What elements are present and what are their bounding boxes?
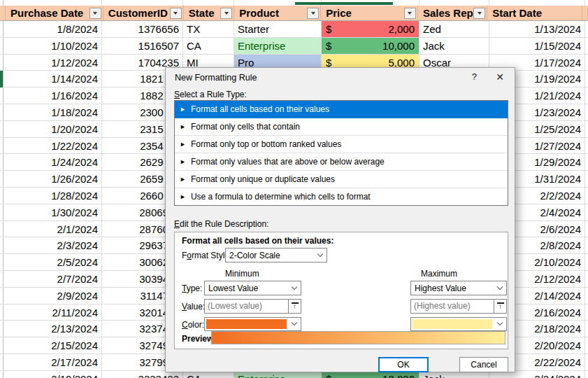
top-partial-row xyxy=(0,0,588,6)
state-cell[interactable]: TX xyxy=(183,21,234,37)
purchase-date-cell[interactable]: 2/1/2024 xyxy=(3,221,102,237)
filter-button[interactable] xyxy=(473,8,485,19)
minimum-value-input[interactable]: (Lowest value) xyxy=(204,299,289,314)
filter-button[interactable] xyxy=(170,8,182,19)
price-amount: 2,000 xyxy=(388,21,415,37)
product-cell[interactable]: Enterprise xyxy=(234,38,322,54)
rule-item-arrow-icon: ► xyxy=(180,106,186,113)
filter-button[interactable] xyxy=(307,8,319,19)
purchase-date-cell[interactable]: 2/9/2024 xyxy=(3,288,102,304)
column-header-purchase_date: Purchase Date xyxy=(6,6,103,20)
purchase-date-cell[interactable]: 1/30/2024 xyxy=(3,204,102,220)
cancel-button[interactable]: Cancel xyxy=(459,357,508,372)
edit-rule-description-label: Edit the Rule Description: xyxy=(174,219,268,229)
value-label: Value: xyxy=(182,302,205,312)
close-icon[interactable]: ✕ xyxy=(496,71,504,83)
rule-type-label: Use a formula to determine which cells t… xyxy=(191,192,371,202)
purchase-date-cell[interactable]: 2/19/2024 xyxy=(3,371,102,378)
product-cell[interactable]: Starter xyxy=(234,21,322,37)
format-style-label: Format Style: xyxy=(182,251,231,260)
maximum-value-input[interactable]: (Highest value) xyxy=(410,299,494,314)
maximum-type-dropdown[interactable]: Highest Value xyxy=(410,281,507,295)
minimum-value-group: (Lowest value) xyxy=(204,299,301,314)
maximum-type-value: Highest Value xyxy=(411,284,494,293)
rule-description-heading: Format all cells based on their values: xyxy=(182,236,334,246)
type-label: Type: xyxy=(182,284,202,293)
sales-rep-cell[interactable]: Zed xyxy=(420,21,489,37)
ok-button[interactable]: OK xyxy=(378,357,429,372)
minimum-color-dropdown[interactable] xyxy=(204,317,301,331)
column-header-start_date: Start Date xyxy=(487,6,582,20)
column-header-label: Sales Rep xyxy=(423,7,473,19)
minimum-type-dropdown[interactable]: Lowest Value xyxy=(204,281,301,295)
rule-type-item[interactable]: ► Use a formula to determine which cells… xyxy=(175,188,508,206)
price-cell[interactable]: $10,000 xyxy=(322,38,420,54)
rule-type-item[interactable]: ► Format only unique or duplicate values xyxy=(175,171,508,188)
minimum-color-swatch xyxy=(206,319,287,329)
column-header-label: State xyxy=(189,7,215,19)
minimum-type-value: Lowest Value xyxy=(205,284,288,293)
column-header-product: Product xyxy=(234,6,321,20)
dialog-titlebar[interactable]: New Formatting Rule ? ✕ xyxy=(166,68,515,88)
column-header-label: Purchase Date xyxy=(10,7,83,19)
rule-type-item[interactable]: ► Format all cells based on their values xyxy=(175,101,508,118)
purchase-date-cell[interactable]: 1/26/2024 xyxy=(3,171,102,187)
currency-symbol: $ xyxy=(326,38,331,54)
purchase-date-cell[interactable]: 2/7/2024 xyxy=(3,271,102,287)
rule-item-arrow-icon: ► xyxy=(180,141,186,148)
filter-button[interactable] xyxy=(404,8,416,19)
rule-type-label: Format only unique or duplicate values xyxy=(191,174,335,184)
rule-type-item[interactable]: ► Format only values that are above or b… xyxy=(175,153,508,171)
collapse-dialog-button[interactable] xyxy=(288,299,301,314)
purchase-date-cell[interactable]: 1/12/2024 xyxy=(3,55,102,71)
sales-rep-cell[interactable]: Jack xyxy=(420,38,489,54)
purchase-date-cell[interactable]: 1/14/2024 xyxy=(3,71,102,87)
price-amount: 10,000 xyxy=(382,38,415,54)
currency-symbol: $ xyxy=(326,21,331,37)
minimum-label: Minimum xyxy=(225,269,259,279)
rule-type-item[interactable]: ► Format only top or bottom ranked value… xyxy=(175,136,508,153)
format-style-dropdown[interactable]: 2-Color Scale xyxy=(225,248,327,262)
purchase-date-cell[interactable]: 2/15/2024 xyxy=(3,337,102,354)
purchase-date-cell[interactable]: 1/18/2024 xyxy=(3,104,102,120)
collapse-dialog-button[interactable] xyxy=(494,299,507,314)
rule-type-item[interactable]: ► Format only cells that contain xyxy=(175,118,508,136)
column-header-label: Price xyxy=(326,7,352,19)
column-header-state: State xyxy=(184,6,234,20)
filter-button[interactable] xyxy=(220,8,232,19)
start-date-cell[interactable]: 1/15/2024 xyxy=(489,38,585,54)
maximum-value-group: (Highest value) xyxy=(410,299,507,314)
filter-button[interactable] xyxy=(89,8,101,19)
state-cell[interactable]: CA xyxy=(183,38,234,54)
select-rule-type-label: Select a Rule Type: xyxy=(174,90,247,99)
rule-item-arrow-icon: ► xyxy=(180,193,186,200)
up-arrow-icon xyxy=(497,302,504,310)
purchase-date-cell[interactable]: 1/24/2024 xyxy=(3,154,102,170)
purchase-date-cell[interactable]: 1/22/2024 xyxy=(3,138,102,154)
rule-item-arrow-icon: ► xyxy=(180,176,186,183)
customer-id-cell[interactable]: 1376656 xyxy=(102,21,183,37)
price-cell[interactable]: $2,000 xyxy=(322,21,420,37)
purchase-date-cell[interactable]: 2/3/2024 xyxy=(3,237,102,253)
column-header-label: Start Date xyxy=(492,7,542,19)
column-header-customer_id: CustomerID xyxy=(103,6,184,20)
color-label: Color: xyxy=(182,320,204,330)
purchase-date-cell[interactable]: 1/10/2024 xyxy=(3,38,102,54)
purchase-date-cell[interactable]: 1/8/2024 xyxy=(3,21,102,37)
format-style-value: 2-Color Scale xyxy=(226,251,314,260)
purchase-date-cell[interactable]: 2/11/2024 xyxy=(3,304,102,321)
maximum-color-dropdown[interactable] xyxy=(410,317,507,331)
help-icon[interactable]: ? xyxy=(472,71,477,82)
purchase-date-cell[interactable]: 1/16/2024 xyxy=(3,88,102,104)
purchase-date-cell[interactable]: 1/20/2024 xyxy=(3,121,102,137)
purchase-date-cell[interactable]: 2/17/2024 xyxy=(3,354,102,370)
filter-arrow-icon xyxy=(478,12,482,15)
rule-description-box: Format all cells based on their values: … xyxy=(174,232,508,349)
customer-id-cell[interactable]: 1516507 xyxy=(102,38,183,54)
rule-item-arrow-icon: ► xyxy=(180,123,186,130)
purchase-date-cell[interactable]: 2/13/2024 xyxy=(3,321,102,337)
start-date-cell[interactable]: 1/13/2024 xyxy=(489,21,585,37)
filter-arrow-icon xyxy=(311,12,315,15)
purchase-date-cell[interactable]: 2/5/2024 xyxy=(3,254,102,270)
purchase-date-cell[interactable]: 1/28/2024 xyxy=(3,188,102,204)
